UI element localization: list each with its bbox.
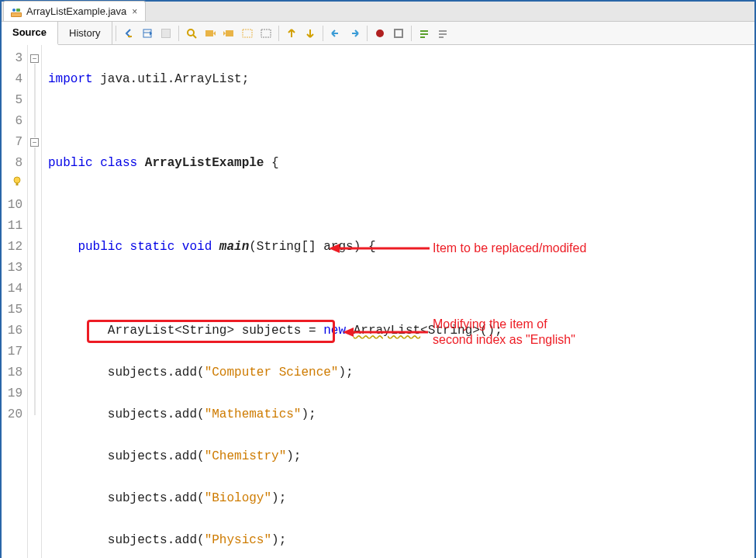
line-number-gutter: 3 4 5 6 7 8 10 11 12 13 14 15 16 17 18 1… xyxy=(2,45,28,558)
code-token: "Mathematics" xyxy=(205,407,302,421)
source-code[interactable]: import java.util.ArrayList; public class… xyxy=(42,45,509,558)
line-number: 11 xyxy=(5,216,22,237)
code-token: "Physics" xyxy=(205,533,271,547)
code-token: ArrayList xyxy=(354,324,420,338)
code-token: ); xyxy=(271,533,286,547)
comment-icon[interactable] xyxy=(416,25,433,42)
svg-rect-10 xyxy=(243,29,252,37)
svg-rect-11 xyxy=(261,29,271,37)
fold-toggle[interactable]: − xyxy=(30,138,39,147)
code-token: ); xyxy=(338,366,353,380)
code-token: subjects.add( xyxy=(108,491,205,505)
find-selection-icon[interactable] xyxy=(183,25,200,42)
line-number: 10 xyxy=(5,195,22,216)
svg-rect-8 xyxy=(205,30,213,36)
next-bookmark-icon[interactable] xyxy=(346,25,363,42)
line-number: 19 xyxy=(5,383,22,404)
code-token: ); xyxy=(271,491,286,505)
shift-left-icon[interactable] xyxy=(283,25,300,42)
stop-macro-icon[interactable] xyxy=(390,25,407,42)
line-number: 18 xyxy=(5,362,22,383)
find-next-icon[interactable] xyxy=(202,25,219,42)
svg-rect-1 xyxy=(12,13,21,16)
code-token: subjects.add( xyxy=(108,407,205,421)
svg-point-7 xyxy=(188,29,194,36)
code-token: "Computer Science" xyxy=(205,366,339,380)
tab-history[interactable]: History xyxy=(58,22,112,45)
fold-gutter: − − xyxy=(28,45,42,558)
nav-back-icon[interactable] xyxy=(120,25,137,42)
svg-rect-13 xyxy=(395,29,402,37)
fold-toggle[interactable]: − xyxy=(30,54,39,63)
code-token: ArrayList<String> subjects = xyxy=(108,324,323,338)
code-token: { xyxy=(264,156,278,170)
line-number: 15 xyxy=(5,300,22,321)
editor-toolbar: Source History xyxy=(2,22,754,45)
rect-select-icon[interactable] xyxy=(257,25,274,42)
file-tab-label: ArrayListExample.java xyxy=(26,5,126,17)
code-token: subjects.add( xyxy=(108,449,205,463)
line-number: 17 xyxy=(5,341,22,362)
annotation-label: Modifying the item of xyxy=(433,317,547,332)
nav-forward-icon[interactable] xyxy=(139,25,156,42)
code-token: (String[] args) { xyxy=(249,240,375,254)
code-token: ); xyxy=(286,449,301,463)
line-number: 5 xyxy=(5,90,22,111)
line-number: 6 xyxy=(5,111,22,132)
code-token: import xyxy=(48,72,93,86)
file-tab-bar: ArrayListExample.java × xyxy=(2,2,754,22)
line-number: 3 xyxy=(5,48,22,69)
code-token: new xyxy=(323,324,346,338)
line-number: 13 xyxy=(5,258,22,279)
shift-right-icon[interactable] xyxy=(302,25,319,42)
diff-icon[interactable] xyxy=(157,25,174,42)
code-token: subjects.add( xyxy=(108,366,205,380)
svg-point-14 xyxy=(14,177,20,183)
svg-point-2 xyxy=(12,9,16,12)
java-icon xyxy=(10,5,22,18)
prev-bookmark-icon[interactable] xyxy=(327,25,344,42)
svg-rect-6 xyxy=(162,29,170,37)
annotation-label: Item to be replaced/modifed xyxy=(433,241,586,256)
code-token: "Chemistry" xyxy=(205,449,287,463)
lightbulb-icon[interactable] xyxy=(5,174,22,195)
code-token: public static void xyxy=(78,240,219,254)
code-token: subjects.add( xyxy=(108,533,205,547)
line-number: 12 xyxy=(5,237,22,258)
line-number: 4 xyxy=(5,69,22,90)
code-token: "Biology" xyxy=(205,491,271,505)
code-token: java.util.ArrayList; xyxy=(93,72,250,86)
line-number: 16 xyxy=(5,321,22,341)
svg-rect-9 xyxy=(226,30,233,36)
record-macro-icon[interactable] xyxy=(371,25,388,42)
toggle-highlight-icon[interactable] xyxy=(239,25,256,42)
file-tab-arraylistexample[interactable]: ArrayListExample.java × xyxy=(3,1,146,21)
line-number: 14 xyxy=(5,279,22,300)
code-token: ); xyxy=(301,407,316,421)
close-icon[interactable]: × xyxy=(130,6,139,17)
svg-point-12 xyxy=(376,29,384,37)
svg-rect-3 xyxy=(16,9,20,12)
code-token: main xyxy=(219,240,249,254)
code-token: ArrayListExample xyxy=(145,156,264,170)
find-prev-icon[interactable] xyxy=(220,25,237,42)
editor-panel: ArrayListExample.java × Source History xyxy=(0,0,756,558)
code-area[interactable]: 3 4 5 6 7 8 10 11 12 13 14 15 16 17 18 1… xyxy=(2,45,754,558)
svg-rect-15 xyxy=(16,183,19,185)
code-token: public class xyxy=(48,156,145,170)
tab-source[interactable]: Source xyxy=(2,22,58,45)
line-number: 8 xyxy=(5,153,22,174)
annotation-label: second index as "English" xyxy=(433,332,575,348)
line-number: 20 xyxy=(5,404,22,425)
uncomment-icon[interactable] xyxy=(434,25,451,42)
line-number: 7 xyxy=(5,132,22,153)
code-token xyxy=(346,324,354,338)
